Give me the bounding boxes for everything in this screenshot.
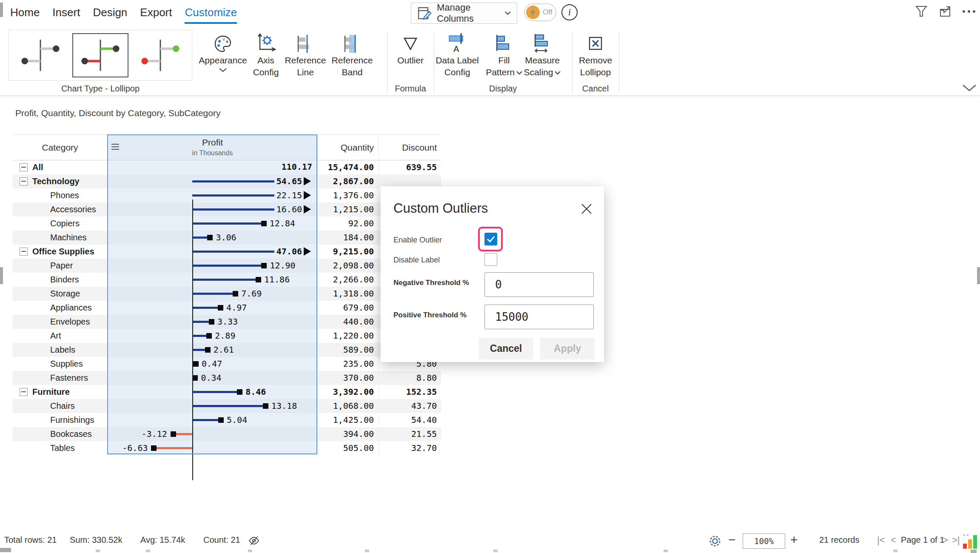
profit-value: 13.18: [271, 401, 297, 411]
reference-line-button[interactable]: Reference Line: [282, 31, 329, 78]
next-page-icon[interactable]: >: [943, 535, 948, 546]
table-row[interactable]: Art 2.89 1,220.00: [13, 329, 441, 343]
column-header-quantity[interactable]: Quantity: [317, 135, 378, 160]
collapse-toggle-icon[interactable]: [20, 163, 28, 171]
column-header-category[interactable]: Category: [13, 135, 107, 160]
profit-cell: 13.18: [107, 399, 317, 413]
enable-outlier-checkbox[interactable]: [484, 233, 497, 245]
category-cell: Art: [13, 329, 107, 343]
left-resize-handle[interactable]: [0, 267, 3, 284]
table-row[interactable]: Appliances 4.97 679.00: [13, 301, 441, 315]
zoom-out-button[interactable]: −: [728, 533, 736, 547]
tab-export[interactable]: Export: [140, 6, 172, 24]
table-row[interactable]: Labels 2.61 589.00: [13, 343, 441, 357]
hide-aggregates-icon[interactable]: [248, 536, 259, 545]
negative-threshold-input[interactable]: [484, 272, 594, 297]
filter-icon[interactable]: [911, 2, 932, 21]
close-icon[interactable]: [581, 203, 592, 214]
focus-mode-icon[interactable]: [935, 2, 955, 21]
column-header-profit[interactable]: Profit in Thousands: [107, 135, 317, 160]
category-cell: Envelopes: [13, 315, 107, 329]
scroll-handle[interactable]: [0, 3, 3, 17]
chart-type-option-1[interactable]: [12, 33, 68, 77]
axis-config-button[interactable]: Axis Config: [245, 31, 287, 78]
info-icon[interactable]: i: [561, 4, 578, 20]
profit-value: 11.86: [264, 274, 290, 285]
first-page-icon[interactable]: |<: [877, 535, 885, 546]
horizontal-scrollbar-handle[interactable]: [0, 548, 11, 552]
table-row[interactable]: Fasteners 0.34 370.00 8.80: [13, 371, 441, 385]
collapse-toggle-icon[interactable]: [20, 177, 28, 185]
column-header-discount[interactable]: Discount: [378, 135, 441, 160]
profit-value: 0.47: [202, 359, 222, 369]
table-row[interactable]: Paper 12.90 2,098.00: [13, 259, 441, 273]
tab-design[interactable]: Design: [93, 6, 127, 24]
collapse-toggle-icon[interactable]: [20, 388, 28, 396]
collapse-toggle-icon[interactable]: [20, 248, 28, 256]
reference-line-label-1: Reference: [282, 54, 329, 66]
row-label: Envelopes: [50, 317, 90, 327]
chart-type-option-2-selected[interactable]: [72, 33, 128, 77]
row-label: Furniture: [32, 387, 70, 397]
previous-page-icon[interactable]: <: [891, 535, 896, 546]
measure-scaling-button[interactable]: Remove Measure ScalingScaling: [522, 31, 563, 78]
more-options-icon[interactable]: [959, 2, 979, 21]
reference-band-button[interactable]: Reference Band: [329, 31, 376, 78]
outlier-arrow-icon: [304, 247, 311, 256]
profit-value: 5.04: [227, 415, 247, 425]
fill-pattern-button[interactable]: Fill ScalingPattern: [485, 31, 523, 78]
data-label-config-label-1: Data Label: [432, 54, 483, 66]
outlier-button[interactable]: Outlier: [389, 31, 432, 66]
apply-button[interactable]: Apply: [540, 338, 595, 359]
settings-gear-icon[interactable]: [709, 535, 721, 547]
table-row[interactable]: Bookcases -3.12 394.00 21.55: [13, 427, 441, 441]
table-row[interactable]: Machines 3.06 184.00: [13, 231, 441, 245]
manage-columns-button[interactable]: Manage Columns: [411, 3, 517, 24]
table-row[interactable]: Tables -6.63 505.00 32.70: [13, 441, 441, 455]
collapse-ribbon-icon[interactable]: [962, 84, 977, 92]
table-row[interactable]: Chairs 13.18 1,068.00 43.70: [13, 399, 441, 413]
visual-header-icons: [911, 2, 979, 21]
ribbon-tabs: Home Insert Design Export Customize: [10, 6, 237, 24]
chart-type-option-3[interactable]: [132, 33, 188, 77]
last-page-icon[interactable]: >|: [952, 535, 960, 546]
zoom-in-button[interactable]: +: [790, 533, 798, 547]
positive-threshold-input[interactable]: [484, 305, 594, 329]
category-cell: Copiers: [13, 217, 107, 231]
table-row[interactable]: Phones 22.15 1,376.00: [13, 188, 441, 202]
tab-customize[interactable]: Customize: [185, 6, 237, 24]
reference-band-label-1: Reference: [329, 54, 376, 66]
table-row[interactable]: Furniture 8.46 3,392.00 152.35: [13, 385, 441, 399]
reference-line-label-2: Line: [282, 66, 329, 78]
lollipop-marker: [206, 333, 212, 339]
zoom-level-box[interactable]: 100%: [743, 533, 785, 549]
tab-insert[interactable]: Insert: [52, 6, 80, 24]
table-row[interactable]: Envelopes 3.33 440.00: [13, 315, 441, 329]
profit-header-label: Profit: [202, 137, 223, 148]
group-label-formula: Formula: [387, 84, 434, 94]
table-row[interactable]: All 110.17 15,474.00 639.55: [13, 160, 441, 174]
table-row[interactable]: Furnishings 5.04 1,425.00 54.40: [13, 413, 441, 427]
cancel-button[interactable]: Cancel: [479, 338, 533, 359]
lollipop-stick: [192, 335, 208, 337]
column-menu-icon[interactable]: [111, 143, 119, 150]
table-row[interactable]: Copiers 12.84 92.00: [13, 217, 441, 231]
disable-label-checkbox[interactable]: [484, 253, 497, 266]
lollipop-marker: [151, 445, 157, 451]
data-label-config-button[interactable]: A Data Label Config: [432, 31, 483, 78]
table-row[interactable]: Binders 11.86 2,266.00: [13, 273, 441, 287]
row-label: Storage: [50, 289, 80, 299]
remove-lollipop-button[interactable]: Remove Lollipop: [574, 31, 617, 78]
profit-value: 7.69: [241, 288, 262, 299]
lollipop-marker: [237, 389, 242, 395]
table-row[interactable]: Technology 54.65 2,867.00: [13, 174, 441, 188]
table-row[interactable]: Storage 7.69 1,318.00: [13, 287, 441, 301]
tab-home[interactable]: Home: [10, 6, 40, 24]
table-row[interactable]: Supplies 0.47 235.00 5.80: [13, 357, 441, 371]
table-row[interactable]: Office Supplies 47.06 9,215.00: [13, 245, 441, 259]
fast-mode-toggle[interactable]: Off: [524, 3, 556, 21]
table-row[interactable]: Accessories 16.60 1,215.00: [13, 202, 441, 217]
right-resize-handle[interactable]: [977, 267, 980, 284]
profit-cell: 8.46: [107, 385, 317, 399]
inforiver-logo[interactable]: [963, 533, 979, 549]
